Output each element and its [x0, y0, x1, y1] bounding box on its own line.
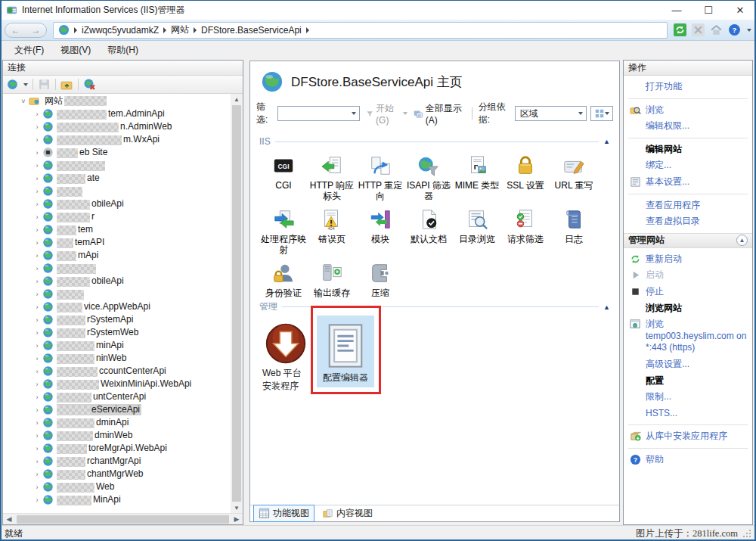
- home-toolbar-icon[interactable]: [710, 23, 723, 36]
- expand-arrow-icon[interactable]: ›: [33, 419, 41, 427]
- collapse-section-icon[interactable]: ▲: [736, 235, 748, 246]
- expand-arrow-icon[interactable]: ›: [33, 342, 41, 350]
- tree-node-site[interactable]: › Web: [3, 480, 231, 493]
- tree-node-site[interactable]: › obileApi: [3, 197, 231, 210]
- action-item[interactable]: 查看虚拟目录: [624, 213, 752, 230]
- delete-connection-icon[interactable]: [83, 78, 96, 91]
- expand-arrow-icon[interactable]: ›: [33, 110, 41, 118]
- action-item[interactable]: HSTS...: [624, 406, 752, 422]
- feature-default-document[interactable]: 默认文档: [404, 202, 453, 256]
- feature-web-platform-installer[interactable]: Web 平台安装程序: [259, 316, 312, 396]
- action-item[interactable]: ? 帮助: [624, 452, 752, 468]
- expand-arrow-icon[interactable]: ›: [33, 496, 41, 504]
- up-level-icon[interactable]: [60, 78, 73, 91]
- expand-arrow-icon[interactable]: ›: [33, 355, 41, 362]
- expand-arrow-icon[interactable]: ›: [33, 239, 41, 247]
- scroll-left-icon[interactable]: ◀: [3, 515, 15, 523]
- maximize-button[interactable]: ☐: [692, 0, 724, 20]
- tree-node-site[interactable]: › dminApi: [3, 416, 231, 429]
- expand-arrow-icon[interactable]: ›: [33, 175, 41, 182]
- tree-node-site[interactable]: › mApi: [3, 249, 231, 262]
- tree-node-site[interactable]: ›: [3, 185, 231, 197]
- feature-request-filtering[interactable]: 请求筛选: [501, 202, 550, 256]
- action-item[interactable]: 查看应用程序: [624, 197, 752, 214]
- menu-help[interactable]: 帮助(H): [101, 42, 145, 59]
- close-button[interactable]: ✕: [724, 0, 756, 20]
- action-item[interactable]: 打开功能: [624, 79, 752, 95]
- tree-node-site[interactable]: › MinApi: [3, 493, 231, 506]
- tree-node-site[interactable]: › ninWeb: [3, 352, 231, 365]
- show-all-button[interactable]: 全部显示(A): [414, 102, 466, 126]
- expand-arrow-icon[interactable]: ›: [33, 213, 41, 221]
- breadcrumb-current-site[interactable]: DFStore.BaseServiceApi: [201, 25, 302, 36]
- tree-node-site[interactable]: › rSystemWeb: [3, 326, 231, 339]
- feature-http-redirect[interactable]: HTTP 重定向: [356, 148, 404, 202]
- expand-arrow-icon[interactable]: ›: [33, 368, 41, 375]
- tab-内容视图[interactable]: 内容视图: [318, 505, 377, 521]
- tree-node-site[interactable]: › eServiceApi: [3, 403, 231, 416]
- expand-arrow-icon[interactable]: ›: [33, 162, 41, 169]
- feature-ssl-settings[interactable]: SSL 设置: [501, 148, 550, 202]
- breadcrumb-sites[interactable]: 网站: [171, 23, 189, 36]
- expand-arrow-icon[interactable]: ›: [33, 316, 41, 324]
- resize-grip[interactable]: [742, 529, 751, 538]
- breadcrumb[interactable]: iZwwqc5yvudamkZ 网站 DFStore.BaseServiceAp…: [53, 22, 668, 39]
- tree-node-site[interactable]: › rchantMgrApi: [3, 455, 231, 468]
- expand-arrow-icon[interactable]: ›: [33, 483, 41, 491]
- feature-modules[interactable]: 模块: [356, 202, 404, 256]
- tree-node-site[interactable]: ›: [3, 262, 231, 275]
- action-item[interactable]: 启动: [624, 267, 752, 284]
- expand-arrow-icon[interactable]: ›: [33, 329, 41, 337]
- tree-node-site[interactable]: › WeixinMiniApi.WebApi: [3, 378, 231, 390]
- tree-node-site[interactable]: › m.WxApi: [3, 133, 231, 146]
- restart-toolbar-icon[interactable]: [674, 23, 686, 36]
- expand-arrow-icon[interactable]: ›: [33, 201, 41, 208]
- tree-node-site[interactable]: › dminWeb: [3, 429, 231, 442]
- expand-arrow-icon[interactable]: ›: [33, 265, 41, 272]
- expand-arrow-icon[interactable]: ›: [33, 278, 41, 285]
- expand-arrow-icon[interactable]: ›: [33, 149, 41, 157]
- tree-node-site[interactable]: › obileApi: [3, 275, 231, 288]
- expand-arrow-icon[interactable]: ›: [33, 252, 41, 260]
- action-item[interactable]: 浏览: [624, 102, 752, 119]
- feature-url-rewrite[interactable]: URL 重写: [550, 148, 598, 202]
- tree-horizontal-scrollbar[interactable]: ◀ ▶: [3, 513, 243, 524]
- tree-node-site[interactable]: › rSystemApi: [3, 313, 231, 326]
- action-item[interactable]: 停止: [624, 284, 752, 300]
- tree-node-site[interactable]: › tem: [3, 223, 231, 236]
- expand-arrow-icon[interactable]: ›: [33, 432, 41, 440]
- scroll-right-icon[interactable]: ▶: [231, 515, 243, 523]
- tree-node-site[interactable]: ›: [3, 159, 231, 172]
- chevron-down-icon[interactable]: [605, 112, 609, 115]
- scrollbar-thumb[interactable]: [232, 105, 241, 502]
- feature-mime-types[interactable]: MIME 类型: [453, 148, 501, 202]
- tree-node-sites[interactable]: ˅ 网站: [3, 95, 231, 107]
- forward-icon[interactable]: →: [32, 25, 41, 36]
- expand-arrow-icon[interactable]: ›: [33, 136, 41, 144]
- action-item[interactable]: 高级设置...: [624, 356, 752, 373]
- filter-input[interactable]: [277, 106, 360, 121]
- expand-arrow-icon[interactable]: ›: [33, 445, 41, 452]
- expand-arrow-icon[interactable]: ›: [33, 393, 41, 401]
- tree-node-site[interactable]: › toreMgrApi.WebApi: [3, 442, 231, 455]
- feature-error-pages[interactable]: 404 错误页: [308, 202, 356, 256]
- chevron-down-icon[interactable]: [352, 112, 356, 115]
- action-item[interactable]: 编辑权限...: [624, 118, 752, 135]
- scroll-up-icon[interactable]: ▲: [231, 94, 243, 104]
- group-by-select[interactable]: 区域: [515, 106, 587, 121]
- collapse-arrow-icon[interactable]: ˅: [20, 98, 27, 105]
- view-select[interactable]: [590, 106, 613, 121]
- expand-arrow-icon[interactable]: ›: [33, 291, 41, 298]
- tree-node-site[interactable]: › ccountCenterApi: [3, 365, 231, 378]
- expand-arrow-icon[interactable]: ›: [33, 303, 41, 311]
- tree-node-site[interactable]: › minApi: [3, 339, 231, 352]
- tree-node-site[interactable]: › eb Site: [3, 146, 231, 159]
- chevron-down-icon[interactable]: [578, 112, 583, 115]
- expand-arrow-icon[interactable]: ›: [33, 406, 41, 414]
- tree-node-site[interactable]: › tem.AdminApi: [3, 107, 231, 120]
- tree-node-site[interactable]: › r: [3, 210, 231, 223]
- tree-node-site[interactable]: › n.AdminWeb: [3, 120, 231, 133]
- action-item[interactable]: 重新启动: [624, 251, 752, 268]
- create-connection-dropdown-icon[interactable]: [23, 83, 28, 86]
- action-item[interactable]: 限制...: [624, 389, 752, 406]
